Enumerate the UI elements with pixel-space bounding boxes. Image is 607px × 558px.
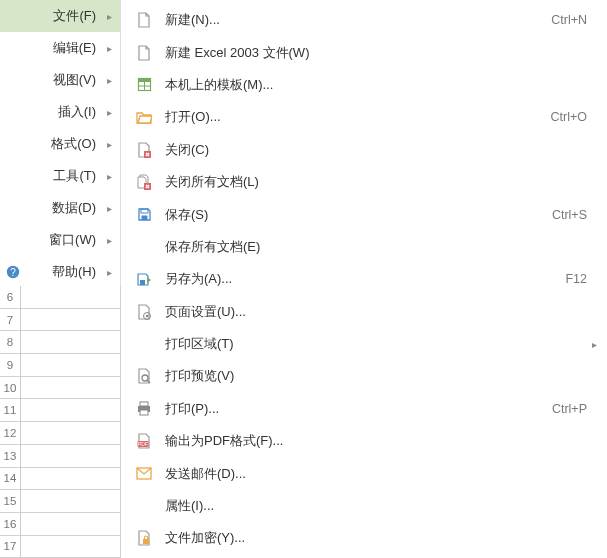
submenu-item-7[interactable]: 保存所有文档(E) [121, 231, 607, 263]
menubar-item-7[interactable]: 窗口(W)▸ [0, 224, 120, 256]
svg-rect-3 [138, 79, 150, 83]
cell[interactable] [21, 309, 121, 331]
menubar-item-4[interactable]: 格式(O)▸ [0, 128, 120, 160]
cell[interactable] [21, 468, 121, 490]
submenu-item-label: 本机上的模板(M)... [165, 76, 587, 94]
submenu-item-2[interactable]: 本机上的模板(M)... [121, 69, 607, 101]
menubar-item-6[interactable]: 数据(D)▸ [0, 192, 120, 224]
sheet-row: 6 [0, 286, 121, 309]
print-icon [135, 400, 153, 418]
cell[interactable] [21, 513, 121, 535]
menubar-item-label: 数据(D) [26, 199, 110, 217]
close-icon [135, 141, 153, 159]
cell[interactable] [21, 445, 121, 467]
cell[interactable] [21, 422, 121, 444]
svg-text:PDF: PDF [138, 441, 148, 447]
sheet-row: 17 [0, 536, 121, 558]
chevron-right-icon: ▸ [107, 267, 112, 278]
submenu-item-4[interactable]: 关闭(C) [121, 134, 607, 166]
help-icon: ? [6, 265, 20, 279]
close-all-icon [135, 173, 153, 191]
submenu-item-label: 打印(P)... [165, 400, 552, 418]
sheet-row: 13 [0, 445, 121, 468]
submenu-item-13[interactable]: PDF输出为PDF格式(F)... [121, 425, 607, 457]
row-header[interactable]: 6 [0, 286, 21, 308]
sheet-row: 14 [0, 468, 121, 491]
chevron-right-icon: ▸ [107, 203, 112, 214]
svg-point-12 [145, 314, 148, 317]
row-header[interactable]: 12 [0, 422, 21, 444]
cell[interactable] [21, 490, 121, 512]
submenu-item-0[interactable]: 新建(N)...Ctrl+N [121, 4, 607, 36]
menubar-item-5[interactable]: 工具(T)▸ [0, 160, 120, 192]
submenu-item-9[interactable]: 页面设置(U)... [121, 296, 607, 328]
svg-rect-21 [143, 539, 149, 544]
submenu-item-5[interactable]: 关闭所有文档(L) [121, 166, 607, 198]
save-icon [135, 206, 153, 224]
menubar-item-0[interactable]: 文件(F)▸ [0, 0, 120, 32]
cell[interactable] [21, 286, 121, 308]
cell[interactable] [21, 331, 121, 353]
template-icon [135, 76, 153, 94]
row-header[interactable]: 8 [0, 331, 21, 353]
cell[interactable] [21, 536, 121, 558]
cell[interactable] [21, 377, 121, 399]
row-header[interactable]: 11 [0, 399, 21, 421]
submenu-item-1[interactable]: 新建 Excel 2003 文件(W) [121, 36, 607, 68]
submenu-item-14[interactable]: 发送邮件(D)... [121, 457, 607, 489]
submenu-item-label: 打开(O)... [165, 108, 551, 126]
cell[interactable] [21, 354, 121, 376]
spreadsheet-rows: 67891011121314151617 [0, 286, 121, 558]
chevron-right-icon: ▸ [107, 139, 112, 150]
submenu-item-label: 新建(N)... [165, 11, 551, 29]
submenu-item-15[interactable]: 属性(I)... [121, 490, 607, 522]
submenu-item-label: 关闭(C) [165, 141, 587, 159]
submenu-item-shortcut: Ctrl+N [551, 13, 587, 27]
row-header[interactable]: 10 [0, 377, 21, 399]
row-header[interactable]: 13 [0, 445, 21, 467]
blank-icon [135, 497, 153, 515]
menubar-item-label: 工具(T) [26, 167, 110, 185]
sheet-row: 16 [0, 513, 121, 536]
menubar-item-1[interactable]: 编辑(E)▸ [0, 32, 120, 64]
row-header[interactable]: 7 [0, 309, 21, 331]
submenu-item-label: 发送邮件(D)... [165, 465, 587, 483]
submenu-item-3[interactable]: 打开(O)...Ctrl+O [121, 101, 607, 133]
menubar-item-label: 帮助(H) [26, 263, 110, 281]
submenu-item-label: 保存(S) [165, 206, 552, 224]
submenu-item-label: 文件加密(Y)... [165, 529, 587, 547]
cell[interactable] [21, 399, 121, 421]
submenu-item-label: 页面设置(U)... [165, 303, 587, 321]
submenu-item-12[interactable]: 打印(P)...Ctrl+P [121, 393, 607, 425]
submenu-item-label: 保存所有文档(E) [165, 238, 587, 256]
menubar-item-2[interactable]: 视图(V)▸ [0, 64, 120, 96]
menubar-item-8[interactable]: ?帮助(H)▸ [0, 256, 120, 288]
submenu-item-11[interactable]: 打印预览(V) [121, 360, 607, 392]
submenu-item-16[interactable]: 文件加密(Y)... [121, 522, 607, 554]
svg-rect-9 [141, 216, 147, 221]
row-header[interactable]: 9 [0, 354, 21, 376]
submenu-item-shortcut: Ctrl+S [552, 208, 587, 222]
chevron-right-icon: ▸ [107, 235, 112, 246]
menubar-item-3[interactable]: 插入(I)▸ [0, 96, 120, 128]
encrypt-icon [135, 529, 153, 547]
sheet-row: 7 [0, 309, 121, 332]
sheet-row: 15 [0, 490, 121, 513]
open-icon [135, 108, 153, 126]
submenu-item-label: 打印预览(V) [165, 367, 587, 385]
preview-icon [135, 367, 153, 385]
row-header[interactable]: 14 [0, 468, 21, 490]
submenu-item-8[interactable]: 另存为(A)...F12 [121, 263, 607, 295]
sheet-row: 12 [0, 422, 121, 445]
row-header[interactable]: 16 [0, 513, 21, 535]
submenu-item-10[interactable]: 打印区域(T)▸ [121, 328, 607, 360]
page-setup-icon [135, 303, 153, 321]
submenu-item-6[interactable]: 保存(S)Ctrl+S [121, 198, 607, 230]
new-doc-icon [135, 11, 153, 29]
svg-rect-17 [140, 410, 148, 415]
row-header[interactable]: 15 [0, 490, 21, 512]
submenu-item-shortcut: Ctrl+P [552, 402, 587, 416]
row-header[interactable]: 17 [0, 536, 21, 558]
menubar-item-label: 文件(F) [26, 7, 110, 25]
menubar-item-label: 格式(O) [26, 135, 110, 153]
